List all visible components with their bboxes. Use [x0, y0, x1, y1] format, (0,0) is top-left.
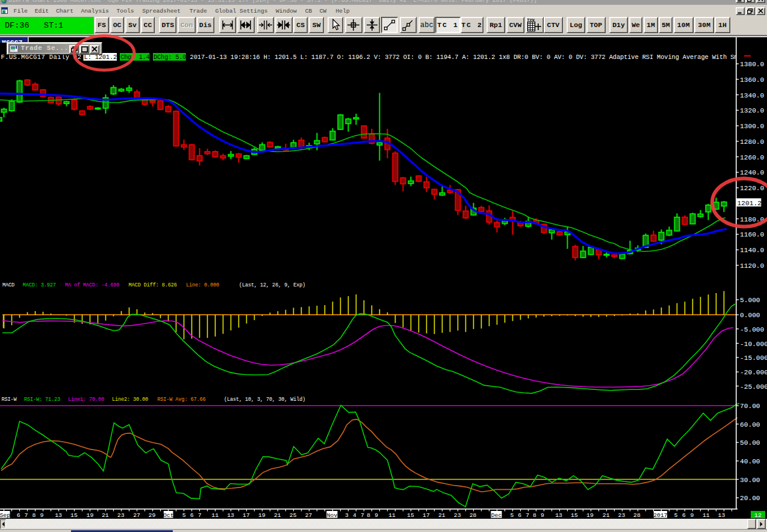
svg-text:Sep: Sep	[0, 512, 10, 519]
svg-text:9: 9	[690, 512, 694, 519]
svg-text:RSI-W: 71.23: RSI-W: 71.23	[24, 397, 60, 403]
svg-text:1120.0: 1120.0	[740, 262, 765, 270]
svg-text:7: 7	[361, 512, 364, 519]
svg-text:7: 7	[526, 512, 529, 519]
svg-text:2017: 2017	[653, 512, 668, 519]
svg-text:8: 8	[367, 512, 370, 519]
svg-text:RSI-W: RSI-W	[2, 397, 17, 403]
svg-text:Line2: 30.00: Line2: 30.00	[112, 397, 148, 403]
svg-text:60.00: 60.00	[740, 421, 760, 428]
svg-text:MACD: 3.927: MACD: 3.927	[23, 282, 56, 288]
svg-text:28: 28	[633, 512, 641, 519]
svg-text:21: 21	[274, 512, 281, 519]
svg-text:23: 23	[618, 512, 626, 519]
svg-text:-20.000: -20.000	[740, 369, 767, 376]
svg-text:13: 13	[55, 512, 62, 519]
svg-text:11: 11	[703, 512, 710, 519]
svg-text:1220.0: 1220.0	[740, 185, 765, 192]
svg-text:-5.000: -5.000	[740, 326, 765, 333]
svg-text:40.00: 40.00	[740, 458, 760, 465]
svg-text:12: 12	[754, 512, 762, 519]
svg-text:Oct: Oct	[163, 512, 174, 519]
svg-text:4: 4	[353, 512, 356, 519]
svg-text:1260.0: 1260.0	[740, 154, 765, 161]
svg-text:1140.0: 1140.0	[740, 247, 765, 254]
svg-text:1380.0: 1380.0	[740, 61, 765, 68]
svg-text:9: 9	[541, 512, 544, 519]
svg-text:15: 15	[70, 512, 78, 519]
svg-text:Chg: 1.4: Chg: 1.4	[120, 54, 150, 61]
svg-text:Dec: Dec	[491, 512, 502, 519]
svg-text:1320.0: 1320.0	[740, 107, 765, 114]
svg-text:15: 15	[571, 512, 578, 519]
svg-text:1180.0: 1180.0	[740, 216, 765, 223]
svg-text:6: 6	[682, 512, 686, 519]
svg-text:20.00: 20.00	[740, 495, 760, 502]
svg-text:Line: 0.000: Line: 0.000	[186, 282, 219, 288]
svg-text:-15.000: -15.000	[740, 354, 767, 362]
svg-text:28: 28	[470, 512, 477, 519]
svg-text:1280.0: 1280.0	[740, 138, 765, 146]
svg-text:3: 3	[345, 512, 349, 519]
svg-text:Nov: Nov	[327, 512, 338, 519]
svg-text:19: 19	[87, 512, 94, 519]
svg-text:11: 11	[211, 512, 219, 519]
svg-text:11: 11	[388, 512, 396, 519]
svg-text:13: 13	[227, 512, 234, 519]
svg-text:1340.0: 1340.0	[740, 92, 765, 99]
svg-text:5: 5	[674, 512, 678, 519]
svg-text:21: 21	[438, 512, 446, 519]
svg-text:17: 17	[243, 512, 250, 519]
svg-text:(Last, 12, 26, 9, Exp): (Last, 12, 26, 9, Exp)	[239, 282, 305, 288]
svg-text:1300.0: 1300.0	[740, 123, 765, 130]
svg-text:MACD: MACD	[2, 282, 14, 288]
svg-text:-25.000: -25.000	[740, 383, 767, 391]
svg-text:5: 5	[510, 512, 514, 519]
svg-text:2017-01-13 19:28:16 H: 1201.5: 2017-01-13 19:28:16 H: 1201.5 L: 1187.7 …	[190, 54, 745, 61]
svg-text:70.00: 70.00	[740, 403, 760, 410]
svg-text:RSI-W Avg: 67.66: RSI-W Avg: 67.66	[157, 397, 205, 403]
svg-text:21: 21	[603, 512, 610, 519]
svg-text:(Last, 10, 3, 70, 30, Wild): (Last, 10, 3, 70, 30, Wild)	[224, 397, 306, 403]
svg-text:7: 7	[25, 512, 28, 519]
svg-text:13: 13	[555, 512, 562, 519]
svg-text:DChg: 5.0: DChg: 5.0	[154, 54, 187, 61]
svg-text:25: 25	[290, 512, 297, 519]
svg-text:13: 13	[718, 512, 725, 519]
svg-text:6: 6	[17, 512, 20, 519]
svg-text:9: 9	[40, 512, 43, 519]
svg-text:1160.0: 1160.0	[740, 231, 765, 238]
svg-text:6: 6	[518, 512, 521, 519]
svg-text:Line1: 70.00: Line1: 70.00	[68, 397, 104, 403]
svg-text:1201.2: 1201.2	[738, 200, 762, 207]
svg-text:19: 19	[258, 512, 266, 519]
svg-text:29: 29	[149, 512, 156, 519]
svg-text:21: 21	[102, 512, 109, 519]
svg-text:19: 19	[586, 512, 594, 519]
svg-text:8: 8	[33, 512, 36, 519]
svg-text:MACD Diff: 8.626: MACD Diff: 8.626	[129, 282, 177, 288]
svg-text:23: 23	[454, 512, 461, 519]
svg-text:5: 5	[182, 512, 186, 519]
svg-text:5.000: 5.000	[740, 297, 760, 304]
svg-text:1240.0: 1240.0	[740, 169, 765, 176]
svg-text:23: 23	[117, 512, 125, 519]
svg-text:30.00: 30.00	[740, 477, 760, 484]
svg-text:17: 17	[423, 512, 430, 519]
svg-text:0.000: 0.000	[740, 312, 760, 319]
svg-text:1360.0: 1360.0	[740, 76, 765, 84]
svg-text:8: 8	[533, 512, 536, 519]
svg-text:27: 27	[133, 512, 140, 519]
svg-text:-10.000: -10.000	[740, 341, 767, 348]
svg-text:6: 6	[190, 512, 194, 519]
svg-text:9: 9	[374, 512, 378, 519]
svg-text:27: 27	[305, 512, 312, 519]
svg-text:7: 7	[198, 512, 202, 519]
svg-text:15: 15	[407, 512, 414, 519]
svg-text:MA of MACD: -4.699: MA of MACD: -4.699	[65, 282, 119, 288]
svg-text:50.00: 50.00	[740, 439, 760, 447]
